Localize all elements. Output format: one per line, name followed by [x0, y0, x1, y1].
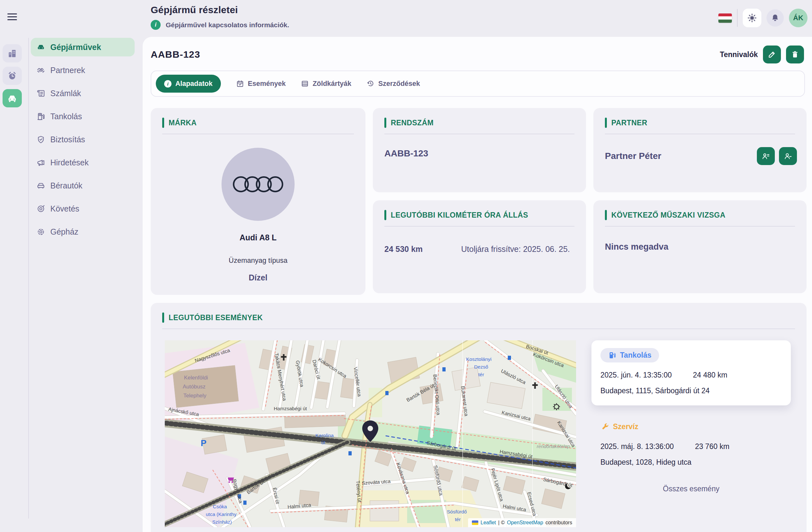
event-datetime: 2025. jún. 4. 13:35:00: [600, 371, 672, 380]
sidebar-item-label: Biztosítás: [50, 135, 85, 144]
person-minus-icon: [784, 152, 792, 160]
hungarian-flag-icon: [719, 13, 732, 23]
header-actions: ÁK: [719, 9, 808, 27]
rail-company-button[interactable]: [3, 44, 22, 62]
street-label: Dezső: [474, 364, 488, 370]
parking-icon: P: [201, 439, 206, 448]
brand-card: MÁRKA Audi A8 L Üzemanyag típusa Dízel: [151, 108, 365, 295]
info-icon: i: [151, 20, 161, 30]
card-accent-bar: [385, 118, 386, 128]
sidebar: Gépjárművek Partnerek Számlák Tankolás B…: [31, 38, 135, 246]
partner-remove-button[interactable]: [779, 147, 797, 165]
tab-label: Események: [248, 80, 286, 88]
event-address: Budapest, 1115, Sárbogárdi út 24: [600, 386, 782, 395]
wrench-icon: [601, 423, 609, 431]
menu-toggle-button[interactable]: [8, 13, 17, 21]
main-panel: AABB-123 Tennivalók i Alapadatok Esemény…: [143, 37, 812, 532]
map-canvas: Nagyszőlős utca Kelenföldi Autóbusz Tele…: [165, 340, 576, 527]
card-divider: [162, 328, 795, 329]
tab-alapadatok[interactable]: i Alapadatok: [156, 75, 221, 93]
attribution-suffix: contributors: [545, 520, 572, 526]
all-events-link[interactable]: Összes esemény: [592, 485, 791, 493]
event-type-badge: Szervíz: [600, 419, 639, 434]
invoice-icon: [37, 89, 45, 98]
map-attribution: Leaflet | © OpenStreetMap contributors: [468, 518, 576, 527]
tab-label: Alapadatok: [175, 80, 213, 88]
theme-toggle-button[interactable]: [743, 9, 762, 27]
sidebar-item-biztositas[interactable]: Biztosítás: [31, 130, 135, 149]
tab-bar: i Alapadatok Események Zöldkártyák Szerz…: [151, 71, 805, 97]
sidebar-item-label: Követés: [50, 204, 79, 213]
odometer-card: LEGUTÓBBI KILOMÉTER ÓRA ÁLLÁS 24 530 km …: [373, 200, 586, 293]
osm-link[interactable]: OpenStreetMap: [507, 520, 543, 526]
event-odometer: 24 480 km: [693, 371, 727, 380]
user-avatar[interactable]: ÁK: [789, 9, 808, 27]
rail-vehicles-button[interactable]: [3, 89, 22, 107]
events-map[interactable]: Nagyszőlős utca Kelenföldi Autóbusz Tele…: [165, 340, 576, 527]
street-label: Csóka: [213, 504, 227, 509]
event-type-label: Szervíz: [613, 423, 638, 431]
plate-card: RENDSZÁM AABB-123: [373, 108, 586, 192]
tab-zoldkartyak[interactable]: Zöldkártyák: [301, 80, 351, 88]
street-label: utca (Karinthy: [206, 512, 236, 517]
fuel-pump-icon: [608, 351, 616, 359]
megaphone-icon: [37, 158, 45, 167]
car-outline-icon: [37, 181, 45, 190]
sidebar-item-label: Gépjárművek: [50, 43, 101, 52]
pencil-icon: [768, 50, 776, 59]
attribution-separator: | ©: [498, 520, 505, 526]
event-datetime: 2025. máj. 8. 13:36:00: [600, 442, 674, 451]
gear-icon: [37, 227, 45, 236]
card-accent-bar: [162, 312, 164, 323]
card-accent-bar: [605, 118, 607, 128]
tab-szerzodesek[interactable]: Szerződések: [367, 80, 420, 88]
tab-esemenyek[interactable]: Események: [236, 80, 286, 88]
target-icon: [37, 205, 45, 213]
notifications-button[interactable]: [767, 9, 784, 27]
sidebar-item-szamlak[interactable]: Számlák: [31, 84, 135, 103]
card-accent-bar: [162, 118, 164, 128]
tab-label: Zöldkártyák: [313, 80, 351, 88]
street-label: rendőrlakótelep: [537, 444, 570, 449]
rail-reminders-button[interactable]: [3, 66, 22, 85]
trash-icon: [791, 50, 799, 59]
street-label: tér: [478, 372, 484, 377]
event-type-badge: Tankolás: [600, 348, 659, 363]
shield-check-icon: [37, 135, 45, 144]
sidebar-item-partnerek[interactable]: Partnerek: [31, 61, 135, 79]
street-label: Kelenföldi: [184, 375, 208, 381]
card-title: KÖVETKEZŐ MŰSZAKI VIZSGA: [611, 211, 725, 220]
leaflet-link[interactable]: Leaflet: [480, 520, 496, 526]
street-label: Telephely: [183, 393, 206, 399]
event-item-tankolas[interactable]: Tankolás 2025. jún. 4. 13:35:00 24 480 k…: [592, 340, 791, 405]
delete-vehicle-button[interactable]: [786, 45, 804, 63]
street-label: Hamzsabégi út: [274, 406, 307, 411]
sidebar-item-hirdetesek[interactable]: Hirdetések: [31, 153, 135, 172]
events-list: Tankolás 2025. jún. 4. 13:35:00 24 480 k…: [592, 340, 791, 493]
partner-name: Partner Péter: [605, 151, 661, 161]
partner-details-button[interactable]: [757, 147, 775, 165]
page-subtitle: Gépjárművel kapcsolatos információk.: [166, 21, 289, 29]
street-label: Színház): [212, 519, 232, 524]
sidebar-item-berautok[interactable]: Bérautók: [31, 176, 135, 195]
edit-vehicle-button[interactable]: [763, 45, 781, 63]
sidebar-item-label: Hirdetések: [50, 158, 89, 167]
fuel-pump-icon: [37, 112, 45, 121]
card-title: RENDSZÁM: [391, 119, 434, 127]
todos-link[interactable]: Tennivalók: [720, 50, 758, 59]
sidebar-item-kovetes[interactable]: Követés: [31, 200, 135, 218]
sidebar-divider: [28, 38, 29, 519]
card-title: LEGUTÓBBI ESEMÉNYEK: [169, 313, 263, 322]
sidebar-item-gephaz[interactable]: Gépház: [31, 222, 135, 241]
card-divider: [385, 134, 575, 134]
street-label: Kosztolányi: [466, 356, 491, 362]
sidebar-item-tankolas[interactable]: Tankolás: [31, 107, 135, 125]
event-item-szerviz[interactable]: Szervíz 2025. máj. 8. 13:36:00 23 760 km…: [592, 419, 791, 467]
tab-label: Szerződések: [378, 80, 420, 88]
inspection-value: Nincs megadva: [593, 242, 807, 252]
sidebar-item-gepjarmuvek[interactable]: Gépjárművek: [31, 38, 135, 56]
odometer-updated: Utoljára frissítve: 2025. 06. 25.: [461, 245, 570, 254]
info-icon: i: [164, 80, 172, 88]
sidebar-item-label: Bérautók: [50, 181, 82, 190]
street-label: tér: [455, 517, 461, 522]
